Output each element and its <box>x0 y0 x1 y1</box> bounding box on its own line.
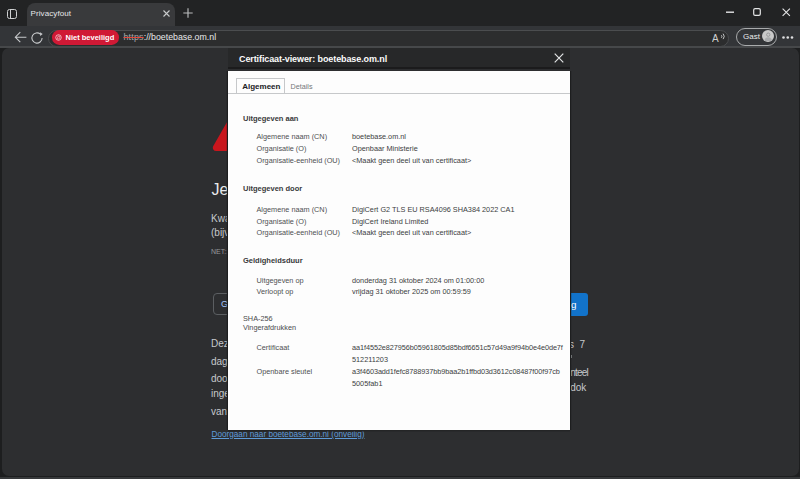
svg-text:A: A <box>712 32 719 43</box>
